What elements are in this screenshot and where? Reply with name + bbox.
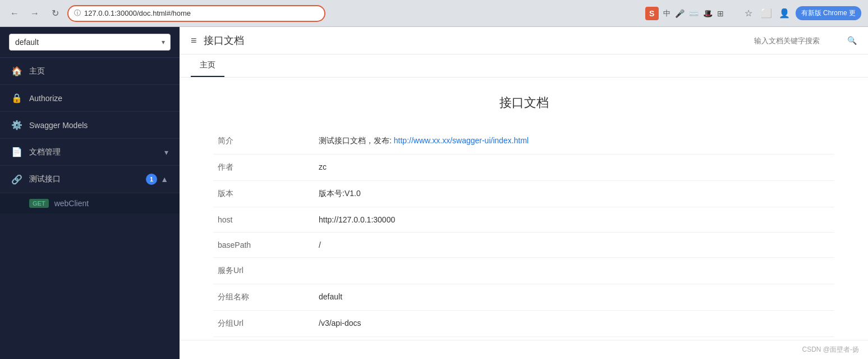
url-input[interactable] (84, 9, 319, 17)
search-icon: 🔍 (847, 36, 857, 45)
browser-chrome: ← → ↻ ⓘ S 中 🎤 ⌨️ 🎩 ⊞ ☆ ⬜ 👤 有新版 Chrome 更 (0, 0, 868, 27)
table-value: / (314, 233, 834, 258)
sidebar-authorize-label: Authorize (29, 94, 62, 103)
search-input[interactable] (754, 37, 844, 45)
back-button[interactable]: ← (7, 6, 22, 21)
table-key: host (213, 207, 314, 233)
sidebar: default ▾ 🏠 主页 🔒 Authorize ⚙️ Swagger Mo… (0, 27, 180, 359)
grid-icon: ⊞ (717, 9, 724, 18)
home-icon: 🏠 (11, 66, 22, 76)
table-row: host http://127.0.0.1:30000 (213, 207, 834, 233)
table-key: 作者 (213, 154, 314, 181)
table-key: 服务Url (213, 258, 314, 284)
sidebar-item-authorize[interactable]: 🔒 Authorize (0, 85, 180, 112)
sidebar-item-test-api[interactable]: 🔗 测试接口 1 ▲ (0, 166, 180, 193)
table-row: 服务Url (213, 258, 834, 284)
main-header: ≡ 接口文档 🔍 (180, 27, 868, 54)
lock-icon: ⓘ (74, 8, 81, 18)
sidebar-select-section: default ▾ (0, 27, 180, 58)
tab-home[interactable]: 主页 (191, 54, 224, 77)
sidebar-sub-item-webclient[interactable]: GET webClient (0, 193, 180, 213)
table-row: basePath / (213, 233, 834, 258)
hat-icon: 🎩 (703, 9, 713, 18)
sidebar-item-doc-manage[interactable]: 📄 文档管理 ▾ (0, 139, 180, 166)
table-row: 版本 版本号:V1.0 (213, 181, 834, 207)
chevron-up-icon: ▲ (160, 175, 168, 184)
sidebar-swagger-label: Swagger Models (29, 121, 88, 130)
table-key: 分组名称 (213, 284, 314, 311)
group-select[interactable]: default (9, 34, 171, 51)
sidebar-item-label: 主页 (29, 66, 45, 76)
doc-link[interactable]: http://www.xx.xx/swagger-ui/index.html (394, 136, 529, 145)
sidebar-item-swagger-models[interactable]: ⚙️ Swagger Models (0, 112, 180, 139)
table-row: 简介 测试接口文档，发布: http://www.xx.xx/swagger-u… (213, 128, 834, 154)
table-value: 版本号:V1.0 (314, 181, 834, 207)
table-row: 分组Url /v3/api-docs (213, 311, 834, 337)
search-area[interactable]: 🔍 (754, 36, 857, 45)
table-row: 分组名称 default (213, 284, 834, 311)
get-method-badge: GET (29, 199, 49, 208)
new-version-button[interactable]: 有新版 Chrome 更 (796, 6, 861, 20)
table-key: basePath (213, 233, 314, 258)
app-container: default ▾ 🏠 主页 🔒 Authorize ⚙️ Swagger Mo… (0, 27, 868, 359)
table-value: default (314, 284, 834, 311)
content-body: 接口文档 简介 测试接口文档，发布: http://www.xx.xx/swag… (180, 78, 868, 340)
chevron-down-icon: ▾ (164, 148, 168, 157)
sidebar-doc-label: 文档管理 (29, 147, 61, 157)
table-row: 作者 zc (213, 154, 834, 181)
profile-button[interactable]: 👤 (778, 7, 791, 20)
chinese-icon: 中 (663, 8, 670, 19)
reload-button[interactable]: ↻ (47, 6, 63, 21)
api-count-badge: 1 (146, 174, 157, 185)
table-key: 简介 (213, 128, 314, 154)
sogou-logo: S (645, 7, 659, 20)
table-key: 分组Url (213, 311, 314, 337)
mic-icon: 🎤 (675, 9, 685, 18)
main-content: ≡ 接口文档 🔍 主页 接口文档 简介 测试接口文档，发布: (180, 27, 868, 359)
doc-nav-icon: 📄 (11, 147, 22, 157)
api-nav-icon: 🔗 (11, 174, 22, 185)
sidebar-testapi-label: 测试接口 (29, 174, 61, 184)
menu-icon[interactable]: ≡ (191, 35, 197, 47)
footer-note: CSDN @面壁者-扬 (180, 340, 868, 359)
sub-item-label: webClient (54, 199, 89, 208)
table-value: http://127.0.0.1:30000 (314, 207, 834, 233)
forward-button[interactable]: → (27, 6, 43, 21)
gear-nav-icon: ⚙️ (11, 120, 22, 130)
address-bar[interactable]: ⓘ (67, 5, 325, 22)
keyboard-icon: ⌨️ (689, 9, 699, 18)
doc-title: 接口文档 (213, 94, 834, 111)
tabs-bar: 主页 (180, 54, 868, 78)
main-header-title: 接口文档 (204, 34, 244, 47)
extension-button[interactable]: ⬜ (760, 7, 773, 20)
table-value (314, 258, 834, 284)
info-table: 简介 测试接口文档，发布: http://www.xx.xx/swagger-u… (213, 128, 834, 340)
lock-nav-icon: 🔒 (11, 93, 22, 103)
table-value: zc (314, 154, 834, 181)
browser-toolbar: S 中 🎤 ⌨️ 🎩 ⊞ ☆ ⬜ 👤 有新版 Chrome 更 (645, 6, 861, 20)
bookmark-star-button[interactable]: ☆ (742, 7, 755, 20)
sidebar-item-home[interactable]: 🏠 主页 (0, 58, 180, 85)
table-value: 测试接口文档，发布: http://www.xx.xx/swagger-ui/i… (314, 128, 834, 154)
table-key: 版本 (213, 181, 314, 207)
table-value: /v3/api-docs (314, 311, 834, 337)
